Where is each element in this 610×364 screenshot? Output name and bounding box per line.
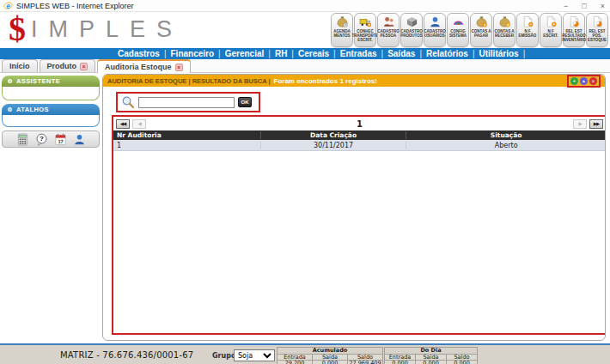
- toolbar-button-rel-resultado-inventario[interactable]: REL EST RESULTADO INVENTÁRIO: [563, 13, 585, 47]
- menu-item-cadastros[interactable]: Cadastros: [118, 49, 171, 58]
- panel-title: AUDITORIA DE ESTOQUE | RESULTADO DA BUSC…: [107, 77, 271, 85]
- user-shortcut-icon[interactable]: [73, 133, 86, 146]
- tab-auditoria-estoque[interactable]: Auditoria Estoque ×: [97, 59, 191, 73]
- column-header-nr-auditoria[interactable]: Nr Auditoria: [113, 131, 260, 139]
- toolbar-button-label: CADASTRO PESSOA: [377, 29, 400, 38]
- bullet-icon: [8, 79, 12, 83]
- menu-item-relatorios[interactable]: Relatórios: [426, 49, 479, 58]
- menu-item-utilitarios[interactable]: Utilitários: [479, 49, 530, 58]
- window-title: SIMPLES WEB - Internet Explorer: [16, 2, 134, 10]
- table-header-row: Nr Auditoria Data Criação Situação: [113, 130, 606, 140]
- main-menubar: Cadastros Financeiro Gerencial RH Cereai…: [0, 48, 610, 59]
- assistente-body: [2, 87, 100, 100]
- help-icon[interactable]: ?: [35, 133, 48, 146]
- assistente-label: ASSISTENTE: [16, 77, 60, 85]
- tab-close-icon[interactable]: ×: [80, 63, 88, 70]
- do-dia-totals-table: Do Dia Entrada Saída Saldo 0,000 0,000 0…: [384, 347, 478, 364]
- toolbar-button-config-sistema[interactable]: CONFIG SISTEMA: [447, 13, 469, 47]
- cell-nr-auditoria: 1: [113, 142, 260, 149]
- toolbar-button-label: AGENDA MENTOS: [332, 29, 352, 38]
- document-plus-icon: [545, 15, 558, 28]
- toolbar-button-label: CADASTRO PRODUTOS: [400, 29, 423, 38]
- toolbar-button-label: REL EST POS. ESTOQUE: [587, 29, 607, 42]
- logo-word: IMPLES: [31, 12, 183, 46]
- toolbar-button-cadastro-pessoa[interactable]: CADASTRO PESSOA: [377, 13, 400, 47]
- close-button[interactable]: ×: [601, 1, 605, 11]
- toolbar-button-label: CONTAS A PAGAR: [471, 29, 491, 38]
- toolbar-button-nf-escrit[interactable]: N F ESCRIT.: [540, 13, 562, 47]
- toolbar-button-label: CONFIG SISTEMA: [448, 29, 468, 38]
- calculator-icon[interactable]: [16, 133, 29, 146]
- last-page-button[interactable]: ▶▶: [589, 119, 603, 129]
- app-header: $ IMPLES AGENDA MENTOS CONHEC TRANSPORTE…: [0, 12, 610, 48]
- add-record-button[interactable]: +: [570, 77, 578, 85]
- menu-item-rh[interactable]: RH: [275, 49, 298, 58]
- search-input[interactable]: [138, 97, 235, 108]
- close-panel-button[interactable]: ×: [589, 77, 597, 85]
- moneybag-plus-icon: [475, 15, 488, 28]
- table-row[interactable]: 1 30/11/2017 Aberto: [113, 140, 606, 151]
- toolbar-button-conhec-transporte[interactable]: CONHEC TRANSPORTE ESCRIT.: [354, 13, 376, 47]
- sidebar-icon-tray: ? 17: [2, 130, 100, 148]
- toolbar-button-label: N F EMISSÃO: [517, 29, 538, 38]
- panel-action-buttons: + ▲ ×: [567, 75, 601, 88]
- do-dia-saida-value: 0,000: [416, 361, 447, 364]
- assistente-panel: ASSISTENTE: [2, 76, 100, 100]
- next-page-button[interactable]: ▶: [573, 119, 587, 129]
- tab-label: Início: [9, 62, 30, 70]
- minimize-button[interactable]: −: [564, 1, 568, 11]
- calendar-icon[interactable]: 17: [54, 133, 67, 146]
- assistente-header[interactable]: ASSISTENTE: [2, 76, 100, 87]
- toolbar-button-label: CADASTRO USUÁRIOS: [424, 29, 446, 38]
- menu-item-cereais[interactable]: Cereais: [298, 49, 340, 58]
- moneybag-clock-icon: [336, 15, 349, 28]
- acumulado-totals-table: Acumulado Entrada Saída Saldo 29,200 0,0…: [277, 347, 383, 364]
- document-pie-icon: [591, 15, 604, 28]
- tab-label: Produto: [47, 62, 77, 70]
- toolbar-button-contas-a-pagar[interactable]: CONTAS A PAGAR: [470, 13, 492, 47]
- toolbar-button-cadastro-produtos[interactable]: CADASTRO PRODUTOS: [400, 13, 423, 47]
- scroll-up-button[interactable]: ▲: [580, 77, 588, 85]
- do-dia-title: Do Dia: [385, 348, 478, 355]
- pagination-bar: ◀◀ ◀ 1 ▶ ▶▶: [113, 117, 606, 130]
- search-icon[interactable]: [121, 95, 135, 109]
- logo-dollar: $: [9, 12, 26, 46]
- atalhos-panel: ATALHOS: [2, 104, 100, 127]
- auditoria-estoque-panel: AUDITORIA DE ESTOQUE | RESULTADO DA BUSC…: [102, 74, 606, 341]
- results-table: Nr Auditoria Data Criação Situação 1 30/…: [113, 130, 606, 151]
- search-ok-button[interactable]: OK: [238, 97, 252, 107]
- tab-produto[interactable]: Produto ×: [40, 59, 96, 72]
- box-icon: [406, 15, 418, 28]
- menu-item-financeiro[interactable]: Financeiro: [171, 49, 225, 58]
- toolbar-button-label: N F ESCRIT.: [540, 29, 561, 38]
- svg-text:?: ?: [40, 135, 44, 143]
- first-page-button[interactable]: ◀◀: [116, 119, 130, 129]
- calendar-day-label: 17: [58, 138, 63, 143]
- toolbar-button-contas-a-receber[interactable]: CONTAS A RECEBER: [493, 13, 515, 47]
- do-dia-entrada-value: 0,000: [385, 361, 416, 364]
- quick-access-toolbar: AGENDA MENTOS CONHEC TRANSPORTE ESCRIT. …: [331, 13, 608, 47]
- acumulado-saldo-value: 27.969,409: [348, 361, 383, 364]
- panel-header: AUDITORIA DE ESTOQUE | RESULTADO DA BUSC…: [103, 75, 605, 87]
- toolbar-button-label: REL EST RESULTADO INVENTÁRIO: [562, 29, 586, 42]
- acumulado-title: Acumulado: [278, 348, 383, 355]
- tab-inicio[interactable]: Início: [2, 59, 38, 72]
- tab-close-icon[interactable]: ×: [175, 64, 183, 71]
- toolbar-button-nf-emissao[interactable]: N F EMISSÃO: [516, 13, 539, 47]
- column-header-situacao[interactable]: Situação: [406, 131, 606, 139]
- toolbar-button-rel-pos-estoque[interactable]: REL EST POS. ESTOQUE: [586, 13, 608, 47]
- menu-item-saidas[interactable]: Saídas: [387, 49, 426, 58]
- toolbar-button-cadastro-usuarios[interactable]: CADASTRO USUÁRIOS: [424, 13, 446, 47]
- menu-item-gerencial[interactable]: Gerencial: [225, 49, 275, 58]
- toolbar-button-agendamentos[interactable]: AGENDA MENTOS: [331, 13, 353, 47]
- search-box: OK: [116, 92, 260, 112]
- simples-logo: $ IMPLES: [9, 12, 183, 46]
- do-dia-saldo-value: 0,000: [447, 361, 478, 364]
- menu-item-entradas[interactable]: Entradas: [340, 49, 387, 58]
- previous-page-button[interactable]: ◀: [132, 119, 146, 129]
- maximize-button[interactable]: □: [582, 1, 586, 11]
- grupo-select[interactable]: Soja: [234, 349, 275, 361]
- column-header-data-criacao[interactable]: Data Criação: [260, 131, 406, 139]
- atalhos-header[interactable]: ATALHOS: [2, 104, 100, 115]
- atalhos-label: ATALHOS: [16, 106, 49, 113]
